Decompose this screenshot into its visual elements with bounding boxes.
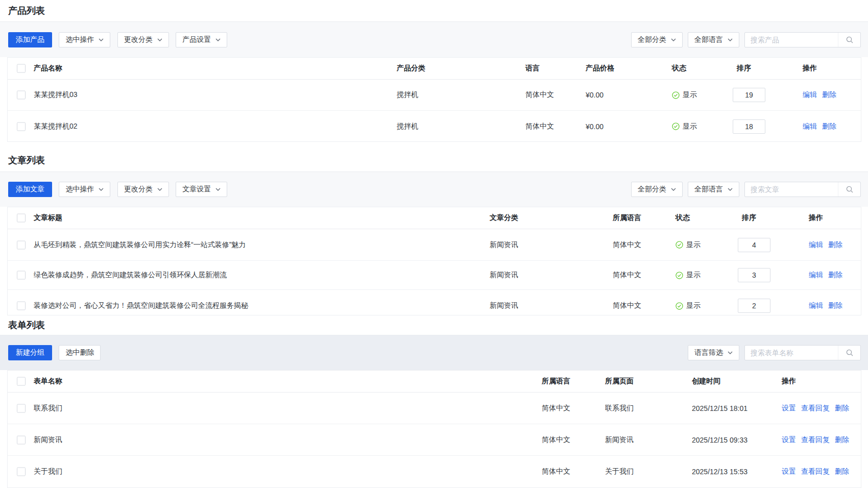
row-checkbox[interactable] xyxy=(17,91,26,100)
products-search-input[interactable] xyxy=(745,33,838,46)
article-settings-dropdown[interactable]: 文章设置 xyxy=(176,182,227,197)
delete-link[interactable]: 删除 xyxy=(835,404,849,413)
article-category: 新闻资讯 xyxy=(490,240,518,250)
view-replies-link[interactable]: 查看回复 xyxy=(801,435,830,445)
articles-search-button[interactable] xyxy=(838,182,860,197)
edit-link[interactable]: 编辑 xyxy=(809,271,823,280)
row-checkbox[interactable] xyxy=(17,271,26,280)
delete-link[interactable]: 删除 xyxy=(835,435,849,445)
row-operations: 编辑 删除 xyxy=(809,301,842,310)
status-label: 显示 xyxy=(683,122,697,131)
article-title: 装修选对公司，省心又省力！鼎筑空间建筑装修公司全流程服务揭秘 xyxy=(34,301,248,310)
col-operations: 操作 xyxy=(803,64,817,73)
add-form-group-button[interactable]: 新建分组 xyxy=(8,345,52,360)
article-language: 简体中文 xyxy=(613,271,641,280)
articles-toolbar: 添加文章 选中操作 更改分类 文章设置 全部分类 全部语言 xyxy=(0,172,868,207)
add-article-button[interactable]: 添加文章 xyxy=(8,182,52,197)
settings-link[interactable]: 设置 xyxy=(782,467,796,476)
article-title: 绿色装修成趋势，鼎筑空间建筑装修公司引领环保人居新潮流 xyxy=(34,271,227,280)
row-operations: 设置 查看回复 删除 xyxy=(782,467,849,476)
sort-input[interactable] xyxy=(733,88,765,102)
check-circle-icon xyxy=(676,241,683,249)
products-bulk-actions-dropdown[interactable]: 选中操作 xyxy=(59,32,110,47)
products-change-category-dropdown[interactable]: 更改分类 xyxy=(117,32,169,47)
products-section-title: 产品列表 xyxy=(8,5,45,17)
products-search-button[interactable] xyxy=(838,33,860,47)
chevron-down-icon xyxy=(157,38,162,41)
articles-search-input[interactable] xyxy=(745,183,838,196)
row-operations: 编辑 删除 xyxy=(809,240,842,250)
sort-input[interactable] xyxy=(738,268,770,282)
products-category-filter-dropdown[interactable]: 全部分类 xyxy=(631,32,683,47)
chevron-down-icon xyxy=(215,38,221,41)
settings-link[interactable]: 设置 xyxy=(782,435,796,445)
view-replies-link[interactable]: 查看回复 xyxy=(801,467,830,476)
forms-bulk-delete-button[interactable]: 选中删除 xyxy=(59,345,101,360)
edit-link[interactable]: 编辑 xyxy=(803,122,817,131)
table-row: 关于我们 简体中文 关于我们 2025/12/13 15:53 设置 查看回复 … xyxy=(8,456,861,487)
magnifier-icon xyxy=(846,36,854,44)
sort-input[interactable] xyxy=(733,119,765,134)
forms-toolbar: 新建分组 选中删除 语言筛选 xyxy=(0,335,868,370)
row-checkbox[interactable] xyxy=(17,404,26,412)
edit-link[interactable]: 编辑 xyxy=(803,90,817,100)
form-created-time: 2025/12/13 15:53 xyxy=(692,468,748,476)
row-checkbox[interactable] xyxy=(17,240,26,249)
status-badge: 显示 xyxy=(676,240,701,250)
articles-section-title: 文章列表 xyxy=(8,154,45,166)
table-row: 从毛坯到精装，鼎筑空间建筑装修公司用实力诠释“一站式装修”魅力 新闻资讯 简体中… xyxy=(8,229,861,261)
table-row: 绿色装修成趋势，鼎筑空间建筑装修公司引领环保人居新潮流 新闻资讯 简体中文 显示… xyxy=(8,261,861,290)
row-operations: 编辑 删除 xyxy=(803,90,836,100)
row-checkbox[interactable] xyxy=(17,435,26,444)
products-table: 产品名称 产品分类 语言 产品价格 状态 排序 操作 某某搅拌机03 搅拌机 简… xyxy=(7,57,861,142)
status-badge: 显示 xyxy=(672,122,697,131)
delete-link[interactable]: 删除 xyxy=(828,271,842,280)
delete-link[interactable]: 删除 xyxy=(828,301,842,310)
delete-link[interactable]: 删除 xyxy=(828,240,842,250)
product-name: 某某搅拌机02 xyxy=(34,122,78,131)
col-sort: 排序 xyxy=(737,64,751,73)
row-checkbox[interactable] xyxy=(17,302,26,310)
edit-link[interactable]: 编辑 xyxy=(809,301,823,310)
products-search-group xyxy=(744,32,861,47)
products-toolbar-filters: 全部分类 全部语言 xyxy=(631,32,861,47)
delete-link[interactable]: 删除 xyxy=(822,90,836,100)
settings-link[interactable]: 设置 xyxy=(782,404,796,413)
edit-link[interactable]: 编辑 xyxy=(809,240,823,250)
products-language-filter-dropdown[interactable]: 全部语言 xyxy=(688,32,739,47)
forms-search-button[interactable] xyxy=(838,346,860,360)
delete-link[interactable]: 删除 xyxy=(835,467,849,476)
product-price: ¥0.00 xyxy=(586,91,604,99)
articles-category-filter-dropdown[interactable]: 全部分类 xyxy=(631,182,683,197)
status-badge: 显示 xyxy=(672,90,697,100)
articles-select-all-checkbox[interactable] xyxy=(17,214,26,223)
articles-table-header: 文章标题 文章分类 所属语言 状态 排序 操作 xyxy=(8,207,861,229)
articles-change-category-dropdown[interactable]: 更改分类 xyxy=(117,182,169,197)
check-circle-icon xyxy=(672,123,680,130)
delete-link[interactable]: 删除 xyxy=(822,122,836,131)
add-product-button[interactable]: 添加产品 xyxy=(8,32,52,47)
chevron-down-icon xyxy=(728,351,733,354)
sort-input[interactable] xyxy=(738,299,770,313)
row-operations: 设置 查看回复 删除 xyxy=(782,435,849,445)
product-settings-dropdown[interactable]: 产品设置 xyxy=(176,32,227,47)
article-category: 新闻资讯 xyxy=(490,271,518,280)
articles-language-filter-dropdown[interactable]: 全部语言 xyxy=(688,182,739,197)
col-sort: 排序 xyxy=(742,213,756,223)
forms-search-input[interactable] xyxy=(745,346,838,359)
view-replies-link[interactable]: 查看回复 xyxy=(801,404,830,413)
form-page: 新闻资讯 xyxy=(605,435,634,445)
row-checkbox[interactable] xyxy=(17,468,26,476)
status-label: 显示 xyxy=(686,240,701,250)
sort-input[interactable] xyxy=(738,238,770,252)
chevron-down-icon xyxy=(215,188,221,191)
articles-bulk-actions-dropdown[interactable]: 选中操作 xyxy=(59,182,110,197)
products-select-all-checkbox[interactable] xyxy=(17,64,26,73)
status-label: 显示 xyxy=(686,271,701,280)
table-row: 某某搅拌机02 搅拌机 简体中文 ¥0.00 显示 编辑 删除 xyxy=(8,111,861,142)
row-checkbox[interactable] xyxy=(17,122,26,131)
forms-language-filter-dropdown[interactable]: 语言筛选 xyxy=(688,345,739,360)
forms-select-all-checkbox[interactable] xyxy=(17,377,26,386)
products-section-header: 产品列表 xyxy=(0,0,868,22)
check-circle-icon xyxy=(676,302,683,310)
